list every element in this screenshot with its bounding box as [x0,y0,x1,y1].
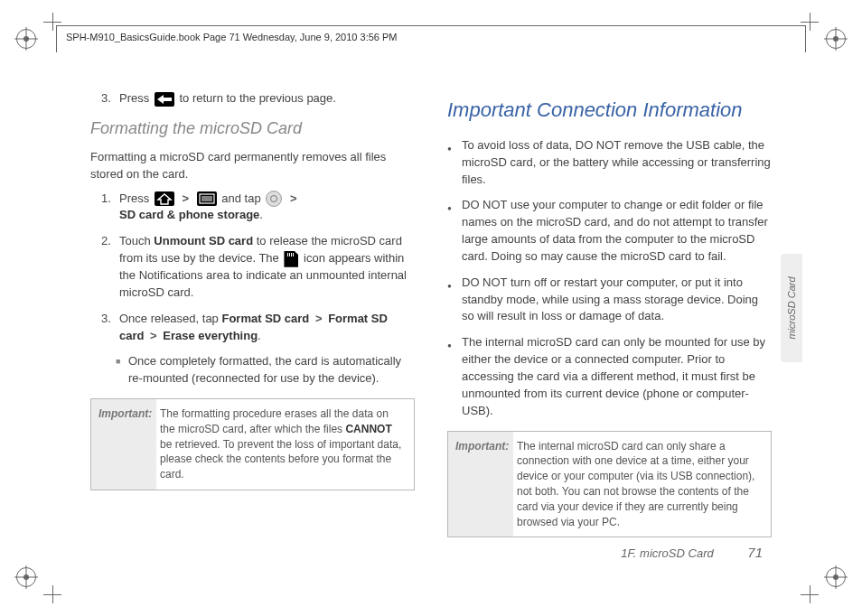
important-emphasis: CANNOT [345,423,391,435]
chevron-right: > [287,191,300,205]
side-tab: microSD Card [781,254,802,362]
format-step-3: 3. Once released, tap Format SD card > F… [101,311,415,345]
subheading-formatting: Formatting the microSD Card [90,117,415,140]
heading-connection-info: Important Connection Information [447,96,772,125]
back-arrow-icon [155,92,174,107]
bullet-icon [447,137,462,189]
bullet-text: The internal microSD card can only be mo… [462,334,772,419]
left-column: 3. Press to return to the previous page.… [90,90,415,535]
menu-item: Unmount SD card [154,234,253,247]
important-label: Important: [91,399,156,490]
menu-item: Format SD card [221,312,309,325]
intro-paragraph: Formatting a microSD card permanently re… [90,149,415,183]
crop-mark-bl [43,585,61,603]
step-number: 3. [101,90,119,107]
menu-icon [197,191,217,206]
format-step-1: 1. Press > and tap > SD card & phone sto… [101,191,415,225]
step-text: to return to the previous page. [179,91,335,105]
bullet-text: DO NOT turn off or restart your computer… [462,275,772,326]
connection-bullets: To avoid loss of data, DO NOT remove the… [447,137,772,420]
list-item: The internal microSD card can only be mo… [447,334,772,419]
chevron-right: > [147,329,160,342]
bullet-text: DO NOT use your computer to change or ed… [462,197,772,265]
list-item: To avoid loss of data, DO NOT remove the… [447,137,772,189]
side-tab-label: microSD Card [786,276,797,339]
bullet-icon [447,275,462,326]
important-text: The internal microSD card can only share… [513,432,771,537]
step-text: . [258,329,261,342]
important-label: Important: [448,432,513,537]
chevron-right: > [179,191,192,205]
step-text: Once released, tap [119,312,221,325]
substep-text: Once completely formatted, the card is a… [128,353,415,387]
format-step-2: 2. Touch Unmount SD card to release the … [101,233,415,301]
registration-mark [826,567,846,587]
page-body: 3. Press to return to the previous page.… [90,90,772,535]
list-item: DO NOT use your computer to change or ed… [447,197,772,265]
format-substep: ■ Once completely formatted, the card is… [116,353,415,387]
step-number: 2. [101,233,119,301]
step-text: Press [119,191,153,205]
step-text: Press [119,91,153,105]
page-footer: 1F. microSD Card 71 [0,545,763,560]
bullet-text: To avoid loss of data, DO NOT remove the… [462,137,772,189]
prev-step-3: 3. Press to return to the previous page. [101,90,415,107]
step-text: and tap [221,191,264,205]
footer-section: 1F. microSD Card [621,546,713,560]
menu-path: SD card & phone storage [119,208,259,221]
registration-mark [16,567,36,587]
step-text: Touch [119,234,154,247]
right-column: Important Connection Information To avoi… [447,90,772,535]
important-note-right: Important: The internal microSD card can… [447,431,772,538]
important-note-left: Important: The formatting procedure eras… [90,398,415,490]
bullet-icon [447,197,462,265]
menu-item: Erase everything [163,329,258,342]
settings-gear-icon [266,191,282,207]
page-header-frame: SPH-M910_BasicsGuide.book Page 71 Wednes… [56,25,806,52]
step-number: 3. [101,311,119,345]
bullet-square-icon: ■ [116,353,128,387]
bullet-icon [447,334,462,419]
chevron-right: > [313,312,325,325]
sd-card-icon [284,251,298,267]
home-icon [155,191,174,206]
footer-page-number: 71 [747,545,763,560]
step-text: . [259,208,263,221]
registration-mark [16,29,36,49]
page-header-line: SPH-M910_BasicsGuide.book Page 71 Wednes… [57,26,805,48]
important-text: be retrieved. To prevent the loss of imp… [160,438,401,481]
list-item: DO NOT turn off or restart your computer… [447,275,772,326]
crop-mark-br [801,585,819,603]
step-number: 1. [101,191,119,225]
registration-mark [826,29,846,49]
